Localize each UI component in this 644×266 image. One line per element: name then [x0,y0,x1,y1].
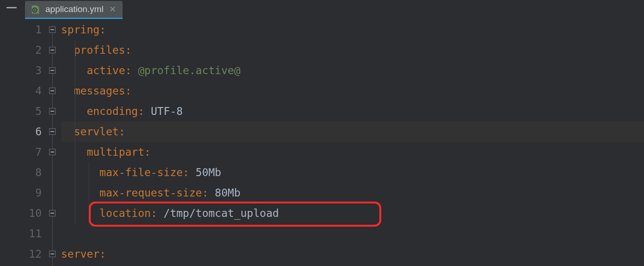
line-number: 7 [22,142,42,162]
code-line: spring: [61,19,644,40]
code-line: servlet: [61,121,644,142]
line-number: 5 [22,101,42,121]
editor-tabs: application.yml ✕ [0,1,644,18]
code-editor[interactable]: 1 2 3 4 5 6 7 8 9 10 11 12 spring: profi… [0,19,644,266]
line-number: 1 [22,19,42,40]
code-area[interactable]: spring: profiles: active: @profile.activ… [61,19,644,266]
fold-toggle-icon[interactable] [49,108,56,114]
line-number: 8 [22,162,42,183]
code-line [61,223,644,244]
line-number: 9 [22,183,42,203]
code-line: encoding: UTF-8 [61,101,644,121]
code-line: profiles: [61,40,644,60]
line-number: 4 [22,81,42,101]
code-line: max-file-size: 50Mb [61,162,644,183]
yaml-file-icon [31,4,41,14]
code-line: max-request-size: 80Mb [61,183,644,203]
fold-toggle-icon[interactable] [49,149,56,155]
line-number: 3 [22,60,42,81]
fold-gutter [48,19,61,266]
fold-toggle-icon[interactable] [49,67,56,74]
code-line: location: /tmp/tomcat_upload [61,203,644,223]
code-line: messages: [61,81,644,101]
fold-toggle-icon[interactable] [49,128,56,135]
tab-label: application.yml [45,4,104,14]
close-tab-icon[interactable]: ✕ [108,4,116,14]
line-number: 12 [22,244,42,264]
line-number: 11 [22,223,42,244]
line-number: 2 [22,40,42,60]
line-number-gutter: 1 2 3 4 5 6 7 8 9 10 11 12 [22,19,48,266]
code-line: multipart: [61,142,644,162]
code-line: server: [61,244,644,264]
line-number: 6 [22,121,42,142]
svg-point-1 [34,9,36,11]
fold-toggle-icon[interactable] [49,88,56,94]
fold-toggle-icon[interactable] [49,26,56,33]
fold-toggle-icon[interactable] [49,210,56,216]
tab-application-yml[interactable]: application.yml ✕ [25,1,123,18]
code-line: active: @profile.active@ [61,60,644,81]
fold-toggle-icon[interactable] [49,47,56,53]
line-number: 10 [22,203,42,223]
fold-toggle-icon[interactable] [49,251,56,257]
